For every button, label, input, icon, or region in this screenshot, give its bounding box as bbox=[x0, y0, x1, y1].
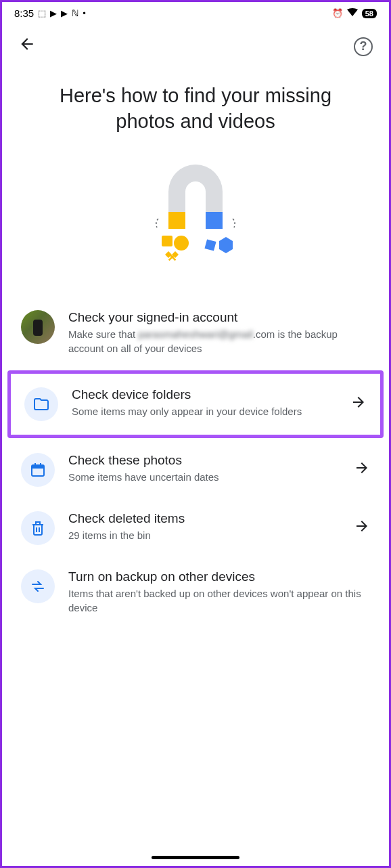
item-subtitle: Some items have uncertain dates bbox=[68, 470, 340, 484]
battery-indicator: 58 bbox=[362, 9, 377, 18]
item-content: Turn on backup on other devices Items th… bbox=[68, 569, 370, 615]
svg-rect-8 bbox=[32, 465, 44, 469]
item-subtitle: Items that aren't backed up on other dev… bbox=[68, 586, 370, 615]
notification-icon: ℕ bbox=[72, 8, 78, 18]
item-subtitle: Make sure that parasmaheshwari@gmail.com… bbox=[68, 327, 370, 355]
svg-text:✕: ✕ bbox=[167, 251, 177, 264]
youtube-icon-2: ▶ bbox=[61, 8, 68, 18]
status-left: 8:35 ⬚ ▶ ▶ ℕ • bbox=[14, 7, 86, 19]
avatar-icon bbox=[21, 310, 55, 344]
svg-point-3 bbox=[174, 236, 189, 251]
folder-icon bbox=[24, 387, 58, 421]
page-title: Here's how to find your missing photos a… bbox=[2, 63, 389, 148]
check-device-folders-item[interactable]: Check device folders Some items may only… bbox=[7, 370, 384, 438]
help-button[interactable]: ? bbox=[354, 37, 373, 56]
header: ? bbox=[2, 22, 389, 63]
svg-rect-5 bbox=[203, 238, 218, 253]
item-title: Check your signed-in account bbox=[68, 310, 370, 325]
cast-icon: ⬚ bbox=[38, 8, 46, 18]
trash-icon bbox=[21, 511, 55, 545]
list-container: Check your signed-in account Make sure t… bbox=[2, 290, 389, 635]
item-subtitle: 29 items in the bin bbox=[68, 528, 340, 542]
status-right: ⏰ 58 bbox=[332, 8, 377, 18]
chevron-right-icon bbox=[354, 460, 370, 480]
dot-icon: • bbox=[83, 8, 86, 18]
youtube-icon: ▶ bbox=[50, 8, 57, 18]
status-time: 8:35 bbox=[14, 7, 34, 19]
back-button[interactable] bbox=[18, 35, 36, 58]
item-content: Check device folders Some items may only… bbox=[72, 387, 337, 418]
hero-illustration: ✕ bbox=[2, 148, 389, 290]
backup-devices-item[interactable]: Turn on backup on other devices Items th… bbox=[2, 557, 389, 627]
item-content: Check deleted items 29 items in the bin bbox=[68, 511, 340, 542]
svg-rect-0 bbox=[168, 212, 185, 229]
wifi-icon bbox=[347, 8, 358, 18]
svg-rect-1 bbox=[206, 212, 223, 229]
home-indicator[interactable] bbox=[152, 856, 239, 859]
svg-rect-2 bbox=[162, 236, 172, 246]
alarm-icon: ⏰ bbox=[332, 8, 343, 18]
item-content: Check these photos Some items have uncer… bbox=[68, 453, 340, 484]
item-title: Check device folders bbox=[72, 387, 337, 402]
item-content: Check your signed-in account Make sure t… bbox=[68, 310, 370, 355]
check-account-item[interactable]: Check your signed-in account Make sure t… bbox=[2, 298, 389, 368]
item-title: Turn on backup on other devices bbox=[68, 569, 370, 584]
item-subtitle: Some items may only appear in your devic… bbox=[72, 404, 337, 418]
check-photos-item[interactable]: Check these photos Some items have uncer… bbox=[2, 441, 389, 499]
status-bar: 8:35 ⬚ ▶ ▶ ℕ • ⏰ 58 bbox=[2, 2, 389, 22]
calendar-icon bbox=[21, 453, 55, 487]
chevron-right-icon bbox=[350, 394, 367, 414]
check-deleted-item[interactable]: Check deleted items 29 items in the bin bbox=[2, 499, 389, 557]
svg-marker-6 bbox=[219, 237, 233, 253]
sync-icon bbox=[21, 569, 55, 603]
item-title: Check deleted items bbox=[68, 511, 340, 526]
item-title: Check these photos bbox=[68, 453, 340, 468]
chevron-right-icon bbox=[354, 518, 370, 538]
